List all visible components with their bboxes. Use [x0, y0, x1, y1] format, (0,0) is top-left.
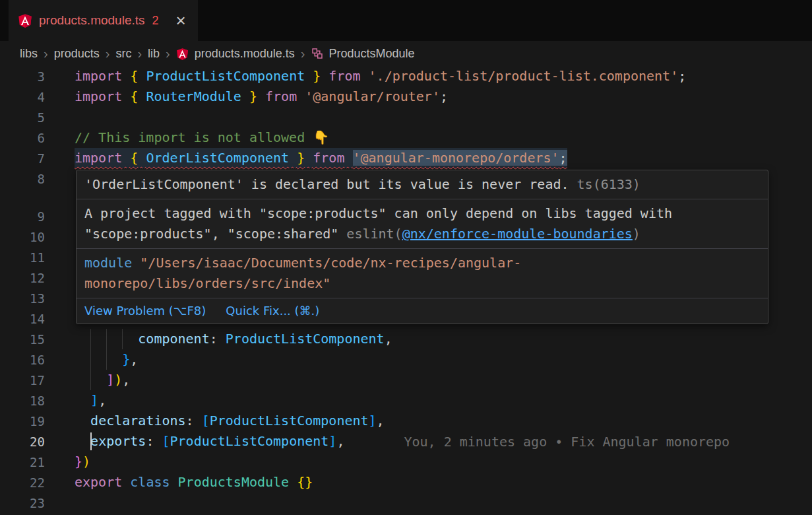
ts-diagnostic-source: ts(6133) [577, 176, 640, 192]
code-text: export class ProductsModule {} [75, 472, 313, 493]
code-line-21[interactable]: 21}) [0, 452, 812, 472]
line-number[interactable]: 3 [0, 69, 45, 84]
line-number[interactable]: 15 [0, 332, 45, 347]
line-number[interactable]: 5 [0, 110, 45, 125]
code-text: import { ProductListComponent } from './… [75, 66, 686, 86]
code-text: ], [75, 390, 106, 411]
indent-guide [106, 329, 107, 349]
code-text: import { RouterModule } from '@angular/r… [75, 86, 448, 107]
line-number[interactable]: 19 [0, 414, 45, 429]
code-line-16[interactable]: 16 }, [0, 349, 812, 370]
code-text: declarations: [ProductListComponent], [75, 411, 385, 431]
quick-fix-action[interactable]: Quick Fix... (⌘.) [226, 304, 319, 318]
diagnostic-hover-popup: 'OrderListComponent' is declared but its… [76, 170, 768, 324]
code-line-19[interactable]: 19 declarations: [ProductListComponent], [0, 411, 812, 431]
line-number[interactable]: 8 [0, 172, 45, 186]
ts-diagnostic-message: 'OrderListComponent' is declared but its… [84, 176, 569, 192]
code-text: import { OrderListComponent } from '@ang… [75, 148, 567, 168]
module-keyword: module [84, 255, 132, 271]
line-number[interactable]: 17 [0, 373, 45, 388]
module-path: "/Users/isaac/Documents/code/nx-recipes/… [84, 255, 521, 291]
indent-guide [90, 329, 91, 349]
line-number[interactable]: 13 [0, 291, 45, 306]
line-number[interactable]: 7 [0, 151, 45, 166]
breadcrumb-separator: › [301, 47, 305, 60]
breadcrumb-item-libs[interactable]: libs [20, 47, 38, 61]
code-text: ]), [75, 370, 130, 390]
line-number[interactable]: 14 [0, 312, 45, 326]
code-text: // This import is not allowed 👇 [75, 127, 329, 148]
line-number[interactable]: 23 [0, 496, 45, 510]
code-line-5[interactable]: 5 [0, 107, 812, 127]
line-number[interactable]: 4 [0, 90, 45, 104]
breadcrumb-item-products[interactable]: products [54, 47, 100, 61]
breadcrumb-item-file[interactable]: products.module.ts [195, 47, 295, 61]
indent-guide [106, 349, 107, 370]
angular-icon [18, 13, 32, 28]
tab-filename: products.module.ts [39, 13, 145, 28]
line-number[interactable]: 9 [0, 209, 45, 224]
eslint-rule-link[interactable]: @nx/enforce-module-boundaries [402, 226, 633, 242]
code-line-22[interactable]: 22export class ProductsModule {} [0, 472, 812, 493]
line-number[interactable]: 10 [0, 230, 45, 244]
code-text: }) [75, 452, 90, 472]
code-line-7[interactable]: 7import { OrderListComponent } from '@an… [0, 148, 812, 168]
tab-error-count: 2 [152, 14, 159, 28]
view-problem-action[interactable]: View Problem (⌥F8) [84, 304, 206, 318]
ts-diagnostic: 'OrderListComponent' is declared but its… [77, 170, 768, 199]
eslint-source-close: ) [633, 226, 640, 242]
code-line-20[interactable]: 20 exports: [ProductListComponent],You, … [0, 431, 812, 452]
indent-guide [122, 329, 123, 349]
line-number[interactable]: 6 [0, 131, 45, 145]
tab-close-icon[interactable]: × [176, 12, 186, 29]
indent-guide [90, 370, 91, 390]
module-path-block: module "/Users/isaac/Documents/code/nx-r… [77, 249, 768, 298]
angular-icon [176, 48, 189, 60]
indent-guide [90, 349, 91, 370]
eslint-diagnostic: A project tagged with "scope:products" c… [77, 199, 768, 248]
breadcrumb-separator: › [137, 47, 142, 60]
line-number[interactable]: 16 [0, 353, 45, 367]
line-number[interactable]: 11 [0, 250, 45, 265]
tab-products-module[interactable]: products.module.ts 2 × [9, 0, 198, 41]
tab-bar: products.module.ts 2 × [0, 0, 812, 41]
code-text: exports: [ProductListComponent], [75, 431, 344, 452]
code-line-4[interactable]: 4import { RouterModule } from '@angular/… [0, 86, 812, 107]
code-line-17[interactable]: 17 ]), [0, 370, 812, 390]
line-number[interactable]: 18 [0, 394, 45, 408]
line-number[interactable]: 21 [0, 455, 45, 469]
breadcrumb-item-symbol[interactable]: ProductsModule [329, 47, 415, 61]
code-line-15[interactable]: 15 component: ProductListComponent, [0, 329, 812, 349]
breadcrumb-separator: › [106, 47, 110, 60]
git-blame-annotation: You, 2 minutes ago • Fix Angular monorep… [404, 434, 730, 450]
code-line-23[interactable]: 23 [0, 493, 812, 513]
breadcrumb-separator: › [166, 47, 170, 60]
breadcrumb: libs › products › src › lib › products.m… [0, 41, 812, 66]
popup-status-bar: View Problem (⌥F8) Quick Fix... (⌘.) [77, 298, 768, 324]
breadcrumb-item-lib[interactable]: lib [148, 47, 160, 61]
code-line-3[interactable]: 3import { ProductListComponent } from '.… [0, 66, 812, 86]
breadcrumb-item-src[interactable]: src [115, 47, 131, 61]
line-number[interactable]: 20 [0, 434, 45, 449]
line-number[interactable]: 12 [0, 271, 45, 285]
vscode-window: products.module.ts 2 × libs › products ›… [0, 0, 812, 515]
breadcrumb-separator: › [44, 47, 48, 60]
code-line-6[interactable]: 6// This import is not allowed 👇 [0, 127, 812, 148]
line-number[interactable]: 22 [0, 475, 45, 490]
eslint-source-open: eslint( [346, 226, 402, 242]
text-cursor [90, 432, 92, 450]
code-line-18[interactable]: 18 ], [0, 390, 812, 411]
symbol-module-icon [311, 48, 323, 59]
editor[interactable]: 3import { ProductListComponent } from '.… [0, 66, 812, 515]
